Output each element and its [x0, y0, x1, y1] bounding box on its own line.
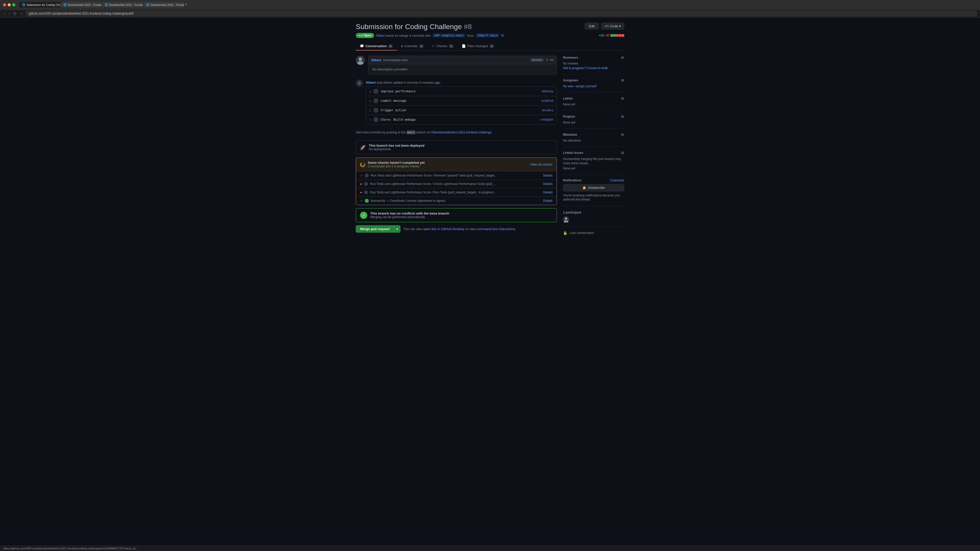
open-in-desktop-link[interactable]: open this in GitHub Desktop [423, 227, 465, 231]
help-icon[interactable]: ? [546, 58, 548, 62]
address-bar[interactable]: github.com/SAP-samples/devtoberfest-2021… [26, 11, 977, 16]
close-button[interactable] [3, 3, 6, 6]
commit-sha-0[interactable]: 9953a3a [542, 90, 554, 93]
reviewers-header: Reviewers ⚙ [563, 56, 624, 60]
status-url: https://github.com/SAP-samples/devtoberf… [3, 547, 138, 550]
diff-add: +10 [599, 34, 604, 37]
repo-link[interactable]: IObert/devtoberfest-2021-frontend-challe… [431, 130, 492, 134]
commit-row-3: ◇ Chore: Build webapp ● 9fb028f [366, 115, 557, 124]
sidebar-notifications: Notifications Customize 🔔 Unsubscribe Yo… [563, 175, 624, 206]
browser-nav: ‹ › ↻ ☆ github.com/SAP-samples/devtoberf… [0, 10, 980, 17]
check-details-0[interactable]: Details [543, 174, 552, 177]
code-button[interactable]: </> Code ▾ [601, 23, 624, 30]
linked-issues-header: Linked issues ⚙ [563, 151, 624, 155]
check-details-3[interactable]: Details [543, 199, 552, 203]
warning-icon: ● [539, 119, 541, 121]
assignees-value[interactable]: No one—assign yourself [563, 84, 624, 88]
check-details-1[interactable]: Details [543, 182, 552, 186]
tab-commits[interactable]: ● Commits 4 [397, 42, 428, 51]
fullscreen-button[interactable] [12, 3, 15, 6]
tab-checks[interactable]: ✓ Checks 0 [428, 42, 457, 51]
base-branch[interactable]: SAP-samples:main [433, 33, 465, 38]
hide-all-checks[interactable]: Hide all checks [530, 162, 552, 166]
copy-icon[interactable]: ⧉ [501, 33, 504, 38]
tab-2[interactable]: 🌐 Devtoberfest 2021 - Frontend Cod... ✕ [102, 2, 143, 7]
minimize-button[interactable] [8, 3, 11, 6]
tab-3[interactable]: 🌐 Devtoberfest 2021 - Frontend Cod... ✕ [143, 2, 184, 7]
commit-avatar-2 [373, 108, 379, 113]
chevron-down-icon: ▾ [619, 24, 621, 28]
tab-1[interactable]: 🌐 Devtoberfest 2021 - Frontend Cod... ✕ [61, 2, 102, 7]
timeline-commit-icon [356, 79, 363, 87]
bell-icon: 🔔 [582, 186, 586, 189]
status-bar: https://github.com/SAP-samples/devtoberf… [0, 546, 980, 551]
files-icon: 📄 [462, 44, 466, 48]
convert-to-draft-link[interactable]: Still in progress? Convert to draft [563, 66, 624, 70]
commit-sha-1[interactable]: bc897e3 [542, 99, 554, 103]
merge-sub: Merging can be performed automatically. [370, 215, 552, 219]
refresh-button[interactable]: ↻ [13, 11, 18, 16]
bookmark-button[interactable]: ☆ [19, 11, 24, 16]
reviewers-title: Reviewers [563, 56, 578, 59]
conversation-icon: 💬 [360, 44, 364, 48]
check-item-0: ✓ ○ Run Tests and Lighthouse Performace … [356, 171, 557, 179]
comment-author[interactable]: IObert [371, 58, 381, 62]
comment-header-actions: Member ? ••• [530, 58, 554, 62]
participant-avatar [563, 216, 569, 222]
back-button[interactable]: ‹ [3, 11, 6, 16]
comment-section: IObert commented now Member ? ••• No des… [356, 56, 557, 75]
commit-sha-2[interactable]: 3ece8ca [542, 109, 554, 112]
new-tab-button[interactable]: + [185, 2, 187, 7]
check-pending-icon-1: ● [360, 182, 362, 186]
forward-button[interactable]: › [8, 11, 11, 16]
comment-body: No description provided. [368, 64, 557, 74]
diff-stat: +10 -47 [599, 34, 624, 37]
assignees-gear-icon[interactable]: ⚙ [621, 78, 624, 83]
customize-link[interactable]: Customize [610, 179, 624, 182]
edit-button[interactable]: Edit [585, 23, 599, 30]
tab-files-label: Files changed [467, 44, 488, 48]
projects-gear-icon[interactable]: ⚙ [621, 114, 624, 119]
diff-bars [611, 34, 624, 37]
merge-pull-request-button[interactable]: Merge pull request [356, 225, 394, 233]
commit-left-2: ◇ trigger action [369, 108, 406, 113]
check-logo-2: ○ [364, 190, 368, 194]
tab-favicon: 🌐 [105, 3, 108, 6]
head-branch[interactable]: IObert:main [476, 33, 499, 38]
checks-spinner [360, 162, 365, 167]
more-options-icon[interactable]: ••• [550, 58, 554, 62]
pr-sidebar: Reviewers ⚙ No reviews Still in progress… [563, 56, 624, 239]
browser-tabs: 🌐 Submission for Coding Challen... ✕ 🌐 D… [19, 2, 977, 7]
merge-dropdown-button[interactable]: ▾ [394, 225, 401, 233]
deploy-status-text: This branch has not been deployed No dep… [369, 144, 425, 151]
merge-title: This branch has no conflicts with the ba… [370, 211, 552, 215]
commit-arrow-icon: ◇ [369, 90, 371, 93]
check-details-2[interactable]: Details [543, 191, 552, 194]
check-left-2: ● ○ Run Tests and Lighthouse Performace … [360, 190, 543, 194]
diff-bar-4 [619, 34, 621, 37]
pr-status-badge: ⟷ Open [356, 33, 374, 38]
rocket-icon: 🚀 [360, 144, 366, 150]
tab-0[interactable]: 🌐 Submission for Coding Challen... ✕ [19, 2, 60, 7]
tab-files-count: 4 [490, 44, 494, 48]
commit-row-1: ◇ commit message bc897e3 [366, 96, 557, 106]
pr-author-link[interactable]: IObert [376, 34, 385, 38]
lock-conversation-link[interactable]: 🔒 Lock conversation [563, 231, 624, 235]
labels-gear-icon[interactable]: ⚙ [621, 97, 624, 100]
command-line-link[interactable]: command line instructions. [477, 227, 516, 231]
merge-btn-group: Merge pull request ▾ [356, 225, 401, 233]
linked-issues-gear-icon[interactable]: ⚙ [621, 151, 624, 155]
tab-files-changed[interactable]: 📄 Files changed 4 [458, 42, 498, 51]
check-logo-0: ○ [365, 173, 369, 178]
commit-left-3: ◇ Chore: Build webapp [369, 117, 415, 122]
reviewers-gear-icon[interactable]: ⚙ [621, 56, 624, 60]
unsubscribe-button[interactable]: 🔔 Unsubscribe [563, 184, 624, 191]
pr-title: Submission for Coding Challenge #8 [356, 23, 472, 31]
commit-sha-3[interactable]: 9fb028f [542, 118, 554, 121]
tab-conversation[interactable]: 💬 Conversation 0 [356, 42, 397, 51]
timeline-author[interactable]: IObert [366, 81, 375, 84]
milestone-gear-icon[interactable]: ⚙ [621, 133, 624, 137]
tab-conversation-count: 0 [388, 44, 393, 48]
code-icon: </> [605, 24, 609, 28]
commit-avatar-0 [373, 89, 379, 94]
